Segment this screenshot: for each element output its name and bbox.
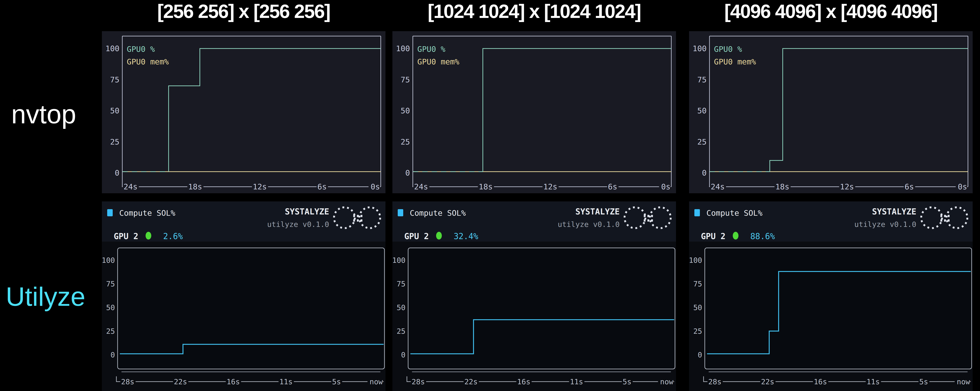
gpu-status-dot — [733, 232, 738, 239]
nvtop-panel-1024: 100755025024s18s12s6s0s GPU0 % GPU0 mem% — [392, 31, 676, 193]
comparison-grid: [256 256] x [256 256] [1024 1024] x [102… — [0, 0, 980, 391]
x-tick-label: 28s — [412, 378, 425, 386]
y-tick-label: 0 — [115, 168, 119, 177]
x-tick-label: now — [957, 378, 970, 386]
series-lines — [413, 49, 671, 172]
x-tick-label: 0s — [371, 182, 380, 191]
y-tick-label: 25 — [697, 138, 706, 146]
x-tick-label: 18s — [775, 182, 789, 191]
row-label-utilyze: Utilyze — [6, 283, 85, 310]
nvtop-chart-1024: 100755025024s18s12s6s0s GPU0 % GPU0 mem% — [392, 31, 676, 193]
x-tick-label: 28s — [708, 378, 722, 386]
y-tick-label: 50 — [106, 303, 115, 312]
x-tick-label: 16s — [517, 378, 530, 386]
utilyze-panel-1024: Compute SOL% SYSTALYZE utilyze v0.1.0 GP… — [392, 201, 676, 391]
series-line-gpu0- — [169, 49, 381, 172]
x-tick-label: 24s — [124, 182, 138, 191]
nvtop-panel-4096: 100755025024s18s12s6s0s GPU0 % GPU0 mem% — [689, 31, 973, 193]
y-tick-label: 100 — [105, 44, 119, 53]
y-tick-label: 75 — [694, 280, 702, 288]
x-tick-label: 11s — [279, 378, 293, 386]
y-tick-label: 100 — [102, 256, 115, 264]
y-tick-label: 100 — [392, 256, 406, 264]
x-tick-label: now — [369, 378, 383, 386]
axis-corner-glyph — [703, 376, 706, 382]
x-tick-label: 12s — [253, 182, 267, 191]
y-tick-label: 0 — [702, 168, 706, 177]
utilyze-panel-4096: Compute SOL% SYSTALYZE utilyze v0.1.0 GP… — [689, 201, 973, 391]
y-tick-label: 50 — [697, 106, 706, 115]
x-tick-label: 11s — [867, 378, 880, 386]
x-tick-label: 16s — [227, 378, 240, 386]
gpu-label: GPU 2 — [701, 231, 725, 241]
gpu-label: GPU 2 — [404, 231, 429, 241]
y-tick-label: 25 — [106, 327, 115, 336]
y-tick-label: 50 — [110, 106, 119, 115]
x-tick-label: 24s — [414, 182, 428, 191]
series-line-gpu0- — [483, 49, 671, 172]
utilyze-chart-4096: Compute SOL% SYSTALYZE utilyze v0.1.0 GP… — [689, 201, 973, 391]
x-tick-label: 12s — [840, 182, 854, 191]
x-tick-label: 6s — [318, 182, 327, 191]
matrix-size-title-256: [256 256] x [256 256] — [102, 0, 385, 23]
row-label-nvtop: nvtop — [11, 101, 76, 127]
y-tick-label: 25 — [397, 327, 406, 336]
metric-label: Compute SOL% — [410, 209, 466, 217]
gpu-label: GPU 2 — [114, 231, 138, 241]
x-tick-label: 5s — [920, 378, 928, 386]
metric-color-swatch-icon — [107, 209, 113, 216]
y-tick-label: 50 — [401, 106, 410, 115]
x-tick-label: 24s — [711, 182, 725, 191]
version-label: utilyze v0.1.0 — [267, 220, 329, 228]
series-lines — [122, 49, 381, 172]
utilyze-panel-256: Compute SOL% SYSTALYZE utilyze v0.1.0 GP… — [102, 201, 385, 391]
x-tick-label: 16s — [814, 378, 827, 386]
legend-gpu-util: GPU0 % — [417, 44, 445, 54]
brand-name: SYSTALYZE — [872, 207, 916, 216]
utilyze-chart-1024: Compute SOL% SYSTALYZE utilyze v0.1.0 GP… — [392, 201, 676, 391]
x-tick-label: now — [660, 378, 673, 386]
plot-border — [408, 248, 675, 369]
gpu-utilization-value: 2.6% — [163, 231, 183, 241]
y-tick-label: 100 — [689, 256, 702, 264]
nvtop-chart-256: 100755025024s18s12s6s0s GPU0 % GPU0 mem% — [102, 31, 385, 193]
x-tick-label: 18s — [479, 182, 493, 191]
x-tick-label: 6s — [608, 182, 617, 191]
axis-corner-glyph — [407, 376, 410, 382]
x-tick-label: 22s — [174, 378, 187, 386]
legend-gpu-util: GPU0 % — [714, 44, 742, 54]
x-tick-label: 5s — [332, 378, 341, 386]
matrix-size-title-1024: [1024 1024] x [1024 1024] — [392, 0, 676, 23]
nvtop-chart-4096: 100755025024s18s12s6s0s GPU0 % GPU0 mem% — [689, 31, 973, 193]
brand-name: SYSTALYZE — [575, 207, 620, 216]
gpu-utilization-value: 32.4% — [453, 231, 478, 241]
metric-label: Compute SOL% — [706, 209, 762, 217]
matrix-size-title-4096: [4096 4096] x [4096 4096] — [689, 0, 973, 23]
y-tick-label: 0 — [401, 351, 406, 359]
series-lines — [710, 49, 968, 172]
y-tick-label: 50 — [694, 303, 702, 312]
y-tick-label: 100 — [692, 44, 706, 53]
y-tick-label: 75 — [401, 75, 410, 84]
y-tick-label: 50 — [397, 303, 406, 312]
legend-gpu-mem: GPU0 mem% — [714, 57, 756, 66]
metric-color-swatch-icon — [694, 209, 700, 216]
x-tick-label: 12s — [543, 182, 557, 191]
y-tick-label: 75 — [106, 280, 115, 288]
axis-corner-glyph — [116, 376, 119, 382]
y-tick-label: 75 — [697, 75, 706, 84]
x-tick-label: 0s — [958, 182, 967, 191]
gpu-status-dot — [146, 232, 151, 239]
x-tick-label: 6s — [905, 182, 914, 191]
y-tick-label: 25 — [110, 138, 119, 146]
gpu-utilization-value: 88.6% — [750, 231, 775, 241]
x-tick-label: 11s — [570, 378, 583, 386]
legend-gpu-mem: GPU0 mem% — [127, 57, 169, 66]
version-label: utilyze v0.1.0 — [854, 220, 916, 228]
y-tick-label: 25 — [401, 138, 410, 146]
x-tick-label: 5s — [623, 378, 632, 386]
x-tick-label: 22s — [761, 378, 774, 386]
series-line-gpu0- — [770, 49, 968, 172]
y-tick-label: 0 — [405, 168, 410, 177]
y-tick-label: 75 — [110, 75, 119, 84]
